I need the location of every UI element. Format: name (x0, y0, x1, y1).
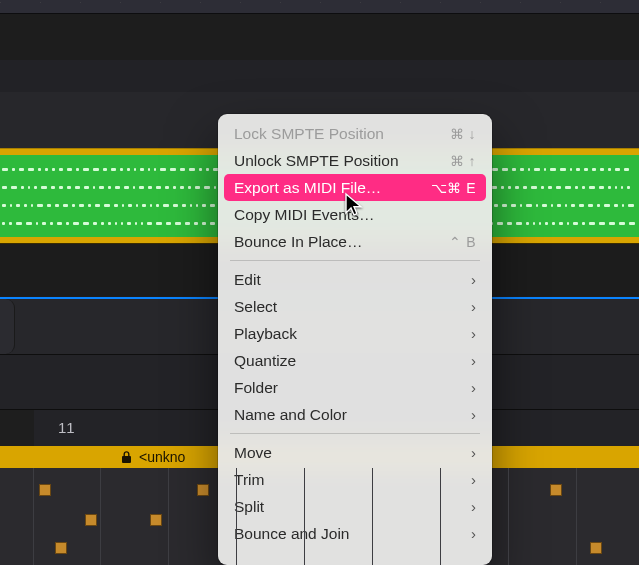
menu-move[interactable]: Move› (224, 439, 486, 466)
menu-lock-smpte: Lock SMPTE Position⌘ ↓ (224, 120, 486, 147)
midi-note[interactable] (150, 514, 162, 526)
lock-icon (120, 450, 133, 464)
menu-folder[interactable]: Folder› (224, 374, 486, 401)
midi-note[interactable] (85, 514, 97, 526)
midi-note[interactable] (590, 542, 602, 554)
menu-copy-midi-events[interactable]: Copy MIDI Events… (224, 201, 486, 228)
menu-quantize[interactable]: Quantize› (224, 347, 486, 374)
menu-export-midi[interactable]: Export as MIDI File…⌥⌘ E (224, 174, 486, 201)
chevron-right-icon: › (471, 379, 476, 396)
menu-separator (230, 260, 480, 261)
midi-note[interactable] (197, 484, 209, 496)
lock-track-label: <unkno (139, 449, 185, 465)
chevron-right-icon: › (471, 298, 476, 315)
menu-bounce-in-place[interactable]: Bounce In Place…⌃ B (224, 228, 486, 255)
menu-playback[interactable]: Playback› (224, 320, 486, 347)
midi-note[interactable] (550, 484, 562, 496)
menu-unlock-smpte[interactable]: Unlock SMPTE Position⌘ ↑ (224, 147, 486, 174)
midi-note[interactable] (55, 542, 67, 554)
menu-trim[interactable]: Trim› (224, 466, 486, 493)
menu-separator (230, 433, 480, 434)
midi-note[interactable] (39, 484, 51, 496)
chevron-right-icon: › (471, 525, 476, 542)
chevron-right-icon: › (471, 498, 476, 515)
context-menu[interactable]: Lock SMPTE Position⌘ ↓ Unlock SMPTE Posi… (218, 114, 492, 565)
menu-select[interactable]: Select› (224, 293, 486, 320)
empty-area (0, 14, 639, 60)
chevron-right-icon: › (471, 352, 476, 369)
track-header-band (0, 60, 639, 92)
menu-name-color[interactable]: Name and Color› (224, 401, 486, 428)
menu-edit[interactable]: Edit› (224, 266, 486, 293)
chevron-right-icon: › (471, 271, 476, 288)
bar-marker-11: 11 (58, 419, 75, 436)
chevron-right-icon: › (471, 471, 476, 488)
chevron-right-icon: › (471, 444, 476, 461)
chevron-right-icon: › (471, 406, 476, 423)
menu-bounce-join[interactable]: Bounce and Join› (224, 520, 486, 547)
menu-split[interactable]: Split› (224, 493, 486, 520)
top-ruler-strip (0, 0, 639, 14)
chevron-right-icon: › (471, 325, 476, 342)
